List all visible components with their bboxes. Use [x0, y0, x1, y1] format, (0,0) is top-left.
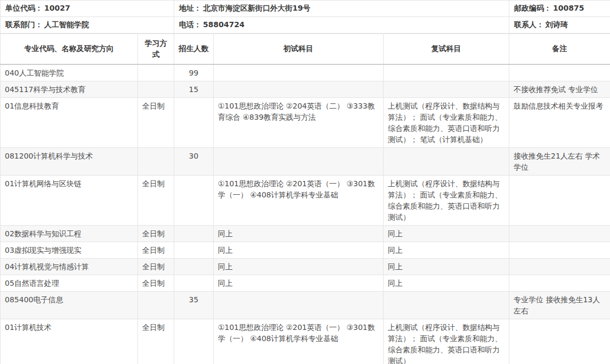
cell-remark — [509, 275, 610, 291]
header-enrollment: 招生人数 — [174, 34, 214, 64]
cell-remark — [509, 175, 610, 225]
cell-retest-subjects — [384, 81, 509, 97]
address-cell: 地址：北京市海淀区新街口外大街19号 — [174, 1, 509, 17]
header-study-mode: 学习方式 — [138, 34, 174, 64]
cell-program-name: 085400电子信息 — [1, 291, 138, 319]
cell-study-mode: 全日制 — [138, 275, 174, 291]
contact-person-value: 刘诗琦 — [546, 20, 568, 29]
cell-initial-subjects — [214, 291, 384, 319]
table-row: 045117科学与技术教育15不接收推荐免试 专业学位 — [1, 81, 610, 97]
table-row: 05自然语言处理全日制同上同上 — [1, 275, 610, 291]
table-row: 01信息科技教育全日制①101思想政治理论 ②204英语（二） ③333教育综合… — [1, 97, 610, 147]
cell-enrollment — [174, 97, 214, 147]
cell-retest-subjects — [384, 147, 509, 175]
postal-code-value: 100875 — [553, 4, 584, 12]
cell-initial-subjects: 同上 — [214, 275, 384, 291]
header-program-code: 专业代码、名称及研究方向 — [1, 34, 138, 64]
cell-program-name: 02数据科学与知识工程 — [1, 225, 138, 242]
cell-initial-subjects — [214, 64, 384, 81]
cell-remark — [509, 64, 610, 81]
address-label: 地址： — [179, 4, 201, 12]
department-value: 人工智能学院 — [44, 20, 89, 29]
program-table: 专业代码、名称及研究方向 学习方式 招生人数 初试科目 复试科目 备注 040人… — [0, 34, 610, 364]
phone-label: 电话： — [179, 20, 201, 29]
cell-enrollment — [174, 175, 214, 225]
table-row: 081200计算机科学与技术30接收推免生21人左右 学术学位 — [1, 147, 610, 175]
table-row: 085400电子信息35专业学位 接收推免生13人左右 — [1, 291, 610, 319]
cell-study-mode: 全日制 — [138, 258, 174, 275]
cell-enrollment — [174, 275, 214, 291]
cell-enrollment: 99 — [174, 64, 214, 81]
cell-remark: 鼓励信息技术相关专业报考 — [509, 97, 610, 147]
department-label: 联系部门： — [5, 20, 43, 29]
cell-retest-subjects: 上机测试（程序设计、数据结构与算法）； 面试（专业素质和能力、综合素质和能力、英… — [384, 97, 509, 147]
phone-cell: 电话：58804724 — [174, 17, 509, 34]
address-value: 北京市海淀区新街口外大街19号 — [203, 4, 310, 12]
cell-remark: 接收推免生21人左右 学术学位 — [509, 147, 610, 175]
header-initial-subjects: 初试科目 — [214, 34, 384, 64]
unit-info-table: 单位代码：10027 地址：北京市海淀区新街口外大街19号 邮政编码：10087… — [0, 0, 610, 34]
cell-enrollment — [174, 319, 214, 364]
cell-remark: 专业学位 接收推免生13人左右 — [509, 291, 610, 319]
cell-retest-subjects: 上机测试（程序设计、数据结构与算法）； 面试（专业素质和能力、综合素质和能力、英… — [384, 175, 509, 225]
cell-program-name: 01计算机网络与区块链 — [1, 175, 138, 225]
program-table-header-row: 专业代码、名称及研究方向 学习方式 招生人数 初试科目 复试科目 备注 — [1, 34, 610, 64]
cell-enrollment — [174, 258, 214, 275]
contact-person-cell: 联系人：刘诗琦 — [509, 17, 610, 34]
cell-retest-subjects: 同上 — [384, 242, 509, 258]
unit-code-value: 10027 — [44, 4, 70, 12]
cell-program-name: 045117科学与技术教育 — [1, 81, 138, 97]
cell-initial-subjects: ①101思想政治理论 ②201英语（一） ③301数学（一） ④408计算机学科… — [214, 175, 384, 225]
cell-enrollment — [174, 225, 214, 242]
table-row: 04计算机视觉与情感计算全日制同上同上 — [1, 258, 610, 275]
cell-enrollment: 15 — [174, 81, 214, 97]
table-row: 01计算机技术全日制①101思想政治理论 ②201英语（一） ③301数学（一）… — [1, 319, 610, 364]
cell-program-name: 01计算机技术 — [1, 319, 138, 364]
info-row-2: 联系部门：人工智能学院 电话：58804724 联系人：刘诗琦 — [1, 17, 610, 34]
cell-remark: 不接收推荐免试 专业学位 — [509, 81, 610, 97]
unit-code-cell: 单位代码：10027 — [1, 1, 174, 17]
cell-initial-subjects: 同上 — [214, 242, 384, 258]
cell-retest-subjects: 上机测试（程序设计、数据结构与算法）； 面试（专业素质和能力、综合素质和能力、英… — [384, 319, 509, 364]
cell-initial-subjects: 同上 — [214, 225, 384, 242]
cell-remark — [509, 242, 610, 258]
table-row: 01计算机网络与区块链全日制①101思想政治理论 ②201英语（一） ③301数… — [1, 175, 610, 225]
admissions-page: 单位代码：10027 地址：北京市海淀区新街口外大街19号 邮政编码：10087… — [0, 0, 610, 364]
cell-study-mode — [138, 64, 174, 81]
table-row: 03虚拟现实与增强现实全日制同上同上 — [1, 242, 610, 258]
cell-study-mode: 全日制 — [138, 319, 174, 364]
cell-retest-subjects: 同上 — [384, 225, 509, 242]
cell-study-mode — [138, 291, 174, 319]
cell-enrollment: 30 — [174, 147, 214, 175]
postal-code-label: 邮政编码： — [514, 4, 551, 12]
cell-study-mode: 全日制 — [138, 175, 174, 225]
cell-initial-subjects — [214, 81, 384, 97]
table-row: 02数据科学与知识工程全日制同上同上 — [1, 225, 610, 242]
cell-initial-subjects — [214, 147, 384, 175]
contact-person-label: 联系人： — [514, 20, 544, 29]
header-remark: 备注 — [509, 34, 610, 64]
postal-code-cell: 邮政编码：100875 — [509, 1, 610, 17]
table-row: 040人工智能学院99 — [1, 64, 610, 81]
cell-program-name: 05自然语言处理 — [1, 275, 138, 291]
unit-code-label: 单位代码： — [5, 4, 43, 12]
cell-initial-subjects: 同上 — [214, 258, 384, 275]
cell-retest-subjects — [384, 64, 509, 81]
cell-study-mode: 全日制 — [138, 97, 174, 147]
cell-enrollment — [174, 242, 214, 258]
cell-study-mode — [138, 81, 174, 97]
cell-program-name: 081200计算机科学与技术 — [1, 147, 138, 175]
cell-study-mode: 全日制 — [138, 242, 174, 258]
cell-study-mode — [138, 147, 174, 175]
cell-program-name: 04计算机视觉与情感计算 — [1, 258, 138, 275]
cell-remark — [509, 225, 610, 242]
program-table-body: 040人工智能学院99045117科学与技术教育15不接收推荐免试 专业学位01… — [1, 64, 610, 364]
department-cell: 联系部门：人工智能学院 — [1, 17, 174, 34]
cell-program-name: 03虚拟现实与增强现实 — [1, 242, 138, 258]
cell-program-name: 040人工智能学院 — [1, 64, 138, 81]
header-retest-subjects: 复试科目 — [384, 34, 509, 64]
info-row-1: 单位代码：10027 地址：北京市海淀区新街口外大街19号 邮政编码：10087… — [1, 1, 610, 17]
cell-study-mode: 全日制 — [138, 225, 174, 242]
cell-remark — [509, 319, 610, 364]
cell-retest-subjects: 同上 — [384, 275, 509, 291]
